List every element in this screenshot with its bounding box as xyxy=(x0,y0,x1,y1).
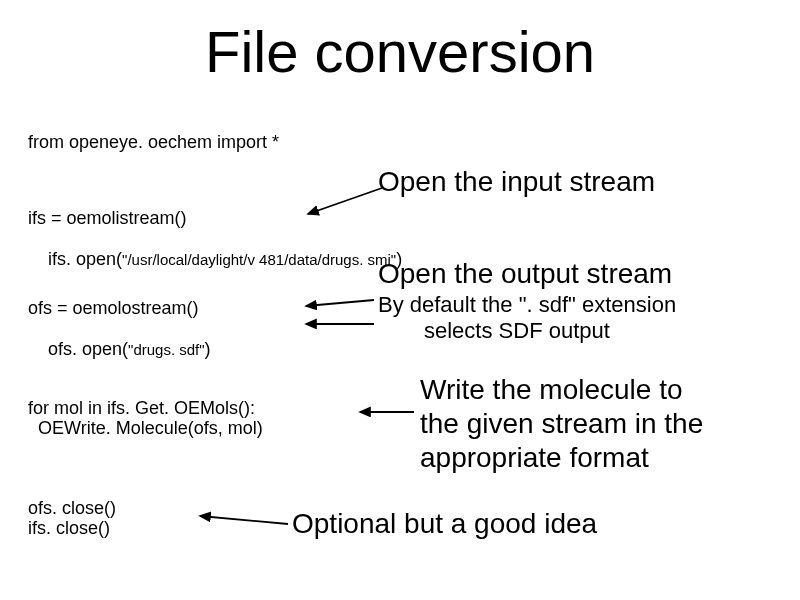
code-ofs-decl: ofs = oemolostream() xyxy=(28,298,199,319)
annotation-write-line3: appropriate format xyxy=(420,442,649,474)
slide-title: File conversion xyxy=(0,18,800,85)
code-ifs-open: ifs. open("/usr/local/daylight/v 481/dat… xyxy=(28,228,402,291)
slide: File conversion from openeye. oechem imp… xyxy=(0,0,800,600)
code-close1: ofs. close() xyxy=(28,498,116,519)
code-ofs-open-arg: "drugs. sdf" xyxy=(128,341,205,358)
code-import: from openeye. oechem import * xyxy=(28,132,279,153)
annotation-sdf-line2: selects SDF output xyxy=(424,318,610,344)
annotation-optional: Optional but a good idea xyxy=(292,508,597,540)
code-ofs-open-suffix: ) xyxy=(205,339,211,359)
arrow-open-input xyxy=(308,188,382,214)
code-ifs-open-arg: "/usr/local/daylight/v 481/data/drugs. s… xyxy=(122,251,396,268)
code-ofs-open-prefix: ofs. open( xyxy=(48,339,128,359)
code-ofs-open: ofs. open("drugs. sdf") xyxy=(28,318,211,381)
code-ifs-open-prefix: ifs. open( xyxy=(48,249,122,269)
annotation-write-line1: Write the molecule to xyxy=(420,374,683,406)
code-loop-line1: for mol in ifs. Get. OEMols(): xyxy=(28,398,255,419)
arrow-optional xyxy=(200,516,288,524)
code-ifs-decl: ifs = oemolistream() xyxy=(28,208,187,229)
annotation-open-input: Open the input stream xyxy=(378,166,655,198)
code-loop-line2: OEWrite. Molecule(ofs, mol) xyxy=(28,418,263,439)
arrow-open-output-1 xyxy=(306,300,374,306)
code-close2: ifs. close() xyxy=(28,518,110,539)
annotation-sdf-line1: By default the ". sdf" extension xyxy=(378,292,676,318)
annotation-open-output: Open the output stream xyxy=(378,258,672,290)
annotation-write-line2: the given stream in the xyxy=(420,408,703,440)
